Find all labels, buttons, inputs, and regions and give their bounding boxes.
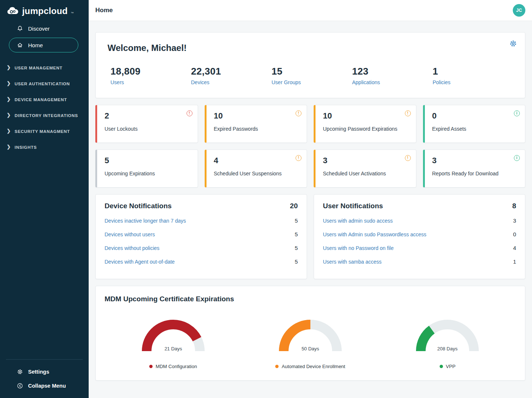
stat-value: 18,809 [110,66,191,77]
card-label: Upcoming Expirations [105,171,190,176]
list-item: Users with no Password on file 4 [323,241,516,255]
notification-link[interactable]: Users with admin sudo access [323,218,393,224]
gear-icon [17,368,23,375]
legend-label: VPP [446,364,456,369]
sidebar-section-insights[interactable]: ❯ INSIGHTS [0,139,89,155]
card-value: 10 [214,111,300,121]
chevron-right-icon: ❯ [7,65,11,70]
dashboard-content: Welcome, Michael! 18,809 Users 22,301 De… [89,21,532,398]
mdm-certificate-expirations-card: MDM Upcoming Certificate Expirations 21 … [95,286,525,381]
sidebar-section-directory-integrations[interactable]: ❯ DIRECTORY INTEGRATIONS [0,107,89,123]
stat-value: 15 [272,66,352,77]
sidebar-item-settings[interactable]: Settings [0,365,89,379]
card-label: Scheduled User Suspensions [214,171,300,176]
info-icon: i [514,110,520,116]
gauge-mdm-configuration: 21 Days MDM Configuration [136,315,210,369]
stat-link[interactable]: User Groups [272,79,352,85]
card-upcoming-expirations[interactable]: 5 Upcoming Expirations [95,150,198,188]
notification-count: 5 [295,245,298,251]
card-value: 3 [432,156,518,165]
logo-trademark: ™ [71,11,74,15]
stat-value: 1 [433,66,513,77]
stat-link[interactable]: Users [110,79,191,85]
notification-link[interactable]: Users with no Password on file [323,245,393,251]
card-user-lockouts[interactable]: 2 ! User Lockouts [95,105,198,143]
card-value: 2 [105,111,190,121]
sidebar-item-home[interactable]: Home [9,38,78,52]
settings-gear-icon[interactable] [509,40,517,47]
gauge-chart: 50 Days [273,315,347,353]
card-label: Reports Ready for Download [432,171,518,176]
warning-icon: ! [187,110,192,116]
section-label: USER AUTHENTICATION [15,82,70,86]
info-icon: i [514,155,520,161]
section-label: SECURITY MANAGMENT [15,129,70,134]
gauge-automated-device-enrollment: 50 Days Automated Device Enrollment [273,315,347,369]
notification-link[interactable]: Devices with Agent out-of-date [105,259,175,265]
stat-policies: 1 Policies [433,66,513,85]
card-expired-passwords[interactable]: 10 ! Expired Passwords [205,105,307,143]
sidebar-item-label: Discover [28,25,50,32]
sidebar-section-user-authentication[interactable]: ❯ USER AUTHENTICATION [0,76,89,92]
card-scheduled-user-suspensions[interactable]: 4 ! Scheduled User Suspensions [205,150,307,188]
list-item: Users with admin sudo access 3 [323,214,516,227]
stat-link[interactable]: Policies [433,79,513,85]
notification-link[interactable]: Users with samba access [323,259,382,265]
device-notifications-panel: Device Notifications 20 Devices inactive… [95,194,307,279]
sidebar-item-label: Home [28,42,43,48]
summary-stats: 18,809 Users 22,301 Devices 15 User Grou… [108,66,513,85]
gauge-label: 208 Days [437,346,458,351]
divider [6,359,83,360]
sidebar-section-security-management[interactable]: ❯ SECURITY MANAGMENT [0,123,89,139]
list-item: Users with samba access 1 [323,255,516,268]
notification-count: 5 [295,231,298,237]
legend-automated-device-enrollment: Automated Device Enrollment [275,364,345,369]
card-label: User Lockouts [105,126,190,132]
card-value: 4 [214,156,300,165]
stat-value: 22,301 [191,66,272,77]
legend-dot [440,365,443,368]
section-label: DIRECTORY INTEGRATIONS [15,113,78,118]
stat-link[interactable]: Devices [191,79,272,85]
section-label: USER MANAGEMENT [15,66,62,70]
gauge-chart: 208 Days [410,315,484,353]
notification-count: 5 [295,258,298,265]
legend-mdm-configuration: MDM Configuration [149,364,197,369]
bell-icon [17,25,23,32]
list-item: Devices without users 5 [105,227,298,241]
gauge-chart: 21 Days [136,315,210,353]
notification-count: 3 [513,217,516,224]
card-label: Scheduled User Activations [323,171,409,176]
notification-link[interactable]: Devices without users [105,231,155,237]
alert-cards-row-2: 5 Upcoming Expirations 4 ! Scheduled Use… [95,150,525,188]
main-area: Home JC Welcome, Michael! 18,809 Users 2… [89,0,532,398]
panel-title: User Notifications [323,202,383,210]
sidebar-item-collapse-menu[interactable]: Collapse Menu [0,379,89,393]
sidebar-item-discover[interactable]: Discover [0,21,89,35]
legend-label: MDM Configuration [156,364,197,369]
notification-link[interactable]: Devices without policies [105,245,160,251]
chevron-right-icon: ❯ [7,113,11,117]
warning-icon: ! [296,110,301,116]
sidebar-section-user-management[interactable]: ❯ USER MANAGEMENT [0,60,89,76]
notification-link[interactable]: Users with Admin sudo Passwordless acces… [323,231,426,237]
logo-text: jumpcloud [22,6,68,16]
warning-icon: ! [405,110,411,116]
sidebar-section-device-management[interactable]: ❯ DEVICE MANAGEMENT [0,92,89,107]
card-upcoming-password-expirations[interactable]: 10 ! Upcoming Password Expirations [314,105,416,143]
card-expired-assets[interactable]: 0 i Expired Assets [423,105,526,143]
notification-count: 0 [513,231,516,237]
card-reports-ready[interactable]: 3 i Reports Ready for Download [423,150,526,188]
stat-link[interactable]: Applications [352,79,433,85]
avatar[interactable]: JC [513,4,525,17]
legend-vpp: VPP [440,364,456,369]
gauges-row: 21 Days MDM Configuration 50 Days [105,315,516,369]
card-scheduled-user-activations[interactable]: 3 ! Scheduled User Activations [314,150,416,188]
notification-link[interactable]: Devices inactive longer than 7 days [105,218,186,224]
stat-applications: 123 Applications [352,66,433,85]
stat-users: 18,809 Users [110,66,191,85]
card-value: 5 [105,156,190,165]
gauge-vpp: 208 Days VPP [410,315,484,369]
chevron-right-icon: ❯ [7,97,11,102]
page-title: Home [95,7,113,14]
